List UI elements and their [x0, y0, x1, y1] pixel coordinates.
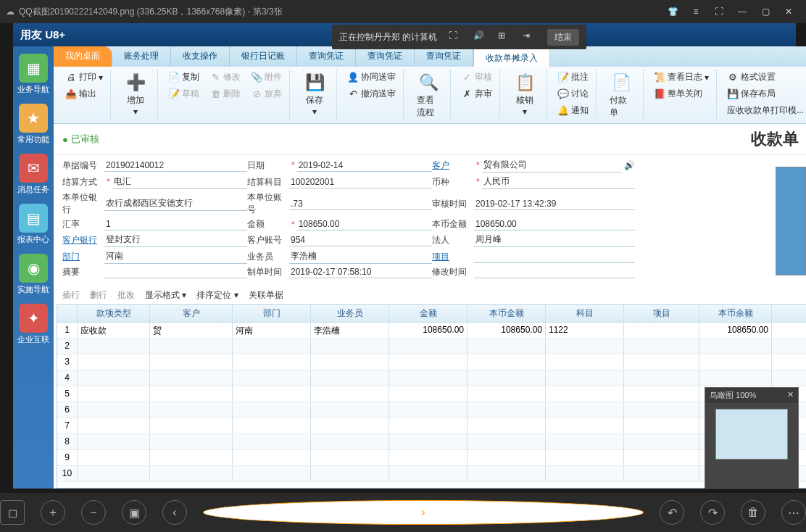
fullscreen-icon[interactable]: ⛶	[707, 7, 731, 17]
expand-icon[interactable]: ⛶	[449, 30, 462, 43]
sort-position-dropdown[interactable]: 排序定位	[196, 289, 238, 302]
col-balance[interactable]: 本币余额	[699, 305, 772, 322]
sidebar-item-impl[interactable]: ◉实施导航	[13, 251, 54, 298]
sidebar-item-biznav[interactable]: ▦业务导航	[13, 51, 54, 98]
col-dept[interactable]: 部门	[233, 305, 311, 322]
table-row[interactable]: 4	[57, 370, 806, 386]
cosign-button[interactable]: 👤协同送审	[346, 70, 397, 85]
birdview-thumbnail[interactable]	[715, 409, 788, 460]
comment-button[interactable]: 📝批注	[556, 70, 590, 85]
col-base-amount[interactable]: 本币金额	[468, 305, 546, 322]
output-button[interactable]: 📤输出	[64, 86, 104, 101]
verify-button[interactable]: 📋核销 ▾	[509, 70, 541, 118]
modify-button[interactable]: ✎修改	[208, 70, 242, 85]
sidebar-item-reports[interactable]: ▤报表中心	[13, 201, 54, 248]
table-row[interactable]: 3	[57, 354, 806, 370]
next-button[interactable]: ›	[203, 500, 644, 525]
sidebar-item-favorites[interactable]: ★常用功能	[13, 101, 54, 148]
tab-bank-journal[interactable]: 银行日记账	[230, 46, 297, 67]
undo-cosign-button[interactable]: ↶撤消送审	[346, 86, 397, 101]
tab-query-voucher-3[interactable]: 查询凭证	[415, 46, 473, 67]
maximize-icon[interactable]: ▢	[754, 7, 777, 17]
discuss-button[interactable]: 💬讨论	[556, 86, 590, 101]
sidebar-item-messages[interactable]: ✉消息任务	[13, 151, 54, 198]
speaker-icon[interactable]: 🔊	[473, 30, 486, 43]
col-subject[interactable]: 科目	[546, 305, 624, 322]
payment-button[interactable]: 📄付款单	[605, 70, 637, 120]
table-row[interactable]: 1应收款贸河南李浩楠108650.00108650.001122108650.0…	[57, 323, 806, 338]
rotate-left-button[interactable]: ↶	[660, 500, 684, 525]
view-flow-button[interactable]: 🔍查看流程	[412, 70, 444, 120]
save-layout-button[interactable]: 💾保存布局	[726, 86, 806, 101]
print-button[interactable]: 🖨打印 ▾	[64, 70, 104, 85]
zoom-in-button[interactable]: ＋	[41, 500, 65, 525]
more-button[interactable]: ⋯	[781, 500, 806, 525]
minimize-icon[interactable]: —	[731, 7, 754, 17]
delete-button[interactable]: 🗑删除	[208, 86, 242, 101]
exit-icon[interactable]: ⇥	[523, 30, 536, 43]
dept-label[interactable]: 部门	[62, 251, 104, 263]
plus-icon[interactable]: ⊞	[498, 30, 511, 43]
table-row[interactable]: 8	[57, 434, 806, 450]
lookup-icon[interactable]: 🔊	[624, 160, 635, 170]
col-sales[interactable]: 业务员	[311, 305, 389, 322]
close-icon[interactable]: ✕	[777, 7, 800, 17]
customer-label[interactable]: 客户	[432, 159, 474, 172]
col-amount[interactable]: 金额	[389, 305, 468, 322]
end-remote-button[interactable]: 结束	[547, 29, 579, 46]
star-icon: ★	[19, 104, 48, 133]
col-type[interactable]: 款项类型	[78, 305, 150, 322]
birdview-panel[interactable]: 鸟瞰图 100%✕	[705, 387, 799, 489]
tab-income-expense[interactable]: 收支操作	[171, 46, 230, 67]
display-format-dropdown[interactable]: 显示格式	[145, 289, 186, 302]
copy-button[interactable]: 📄复制	[167, 70, 201, 85]
tshirt-icon[interactable]: 👕	[661, 7, 684, 17]
col-customer[interactable]: 客户	[150, 305, 233, 322]
tab-accounting[interactable]: 账务处理	[112, 46, 171, 67]
save-button[interactable]: 💾保存 ▾	[299, 70, 331, 118]
birdview-close-icon[interactable]: ✕	[787, 390, 794, 401]
crop-button[interactable]: ◻	[0, 500, 25, 525]
view-log-button[interactable]: 📜查看日志 ▾	[652, 70, 710, 85]
draft-button[interactable]: 📝草稿	[167, 86, 201, 101]
batch-edit-button[interactable]: 批改	[117, 289, 135, 302]
rate-label: 汇率	[62, 218, 104, 230]
table-row[interactable]: 2	[57, 338, 806, 354]
amount-value: 108650.00	[297, 218, 432, 230]
currency-label: 币种	[432, 176, 474, 188]
table-row[interactable]: 10	[57, 466, 806, 482]
abandon-audit-button[interactable]: ✗弃审	[460, 86, 494, 101]
sidebar-item-enterprise[interactable]: ✦企业互联	[13, 301, 54, 348]
tab-home[interactable]: 我的桌面	[54, 46, 112, 67]
fit-button[interactable]: ▣	[122, 500, 146, 525]
insert-row-button[interactable]: 插行	[62, 289, 80, 302]
format-button[interactable]: ⚙格式设置	[726, 70, 806, 85]
audit-button[interactable]: ✓审核	[460, 70, 494, 85]
tab-query-voucher-2[interactable]: 查询凭证	[356, 46, 415, 67]
tab-query-voucher-1[interactable]: 查询凭证	[297, 46, 356, 67]
prev-button[interactable]: ‹	[162, 500, 187, 525]
discard-button[interactable]: ⊘放弃	[249, 86, 283, 101]
attach-button[interactable]: 📎附件	[249, 70, 283, 85]
table-row[interactable]: 9	[57, 450, 806, 466]
table-row[interactable]: 5	[57, 386, 806, 402]
tab-receipt-entry[interactable]: 收款单摊录入	[473, 48, 550, 67]
related-doc-button[interactable]: 关联单据	[249, 289, 283, 302]
trash-button[interactable]: 🗑	[741, 500, 765, 525]
project-label[interactable]: 项目	[432, 251, 474, 263]
menu-icon[interactable]: ≡	[684, 7, 707, 17]
delete-row-button[interactable]: 删行	[90, 289, 107, 302]
table-row[interactable]: 6	[57, 402, 806, 418]
col-project[interactable]: 项目	[624, 305, 699, 322]
add-button[interactable]: ➕增加 ▾	[120, 70, 151, 118]
full-close-button[interactable]: 📕整单关闭	[652, 86, 710, 101]
customer-value: 贸有限公司	[482, 158, 621, 173]
cbank-label[interactable]: 客户银行	[62, 234, 104, 246]
memo-value	[104, 266, 247, 278]
print-template-button[interactable]: 应收收款单打印模... ▾	[726, 103, 806, 118]
side-preview-strip[interactable]	[776, 167, 806, 275]
notify-button[interactable]: 🔔通知	[556, 103, 590, 118]
zoom-out-button[interactable]: －	[81, 500, 106, 525]
rotate-right-button[interactable]: ↷	[700, 500, 725, 525]
table-row[interactable]: 7	[57, 418, 806, 434]
